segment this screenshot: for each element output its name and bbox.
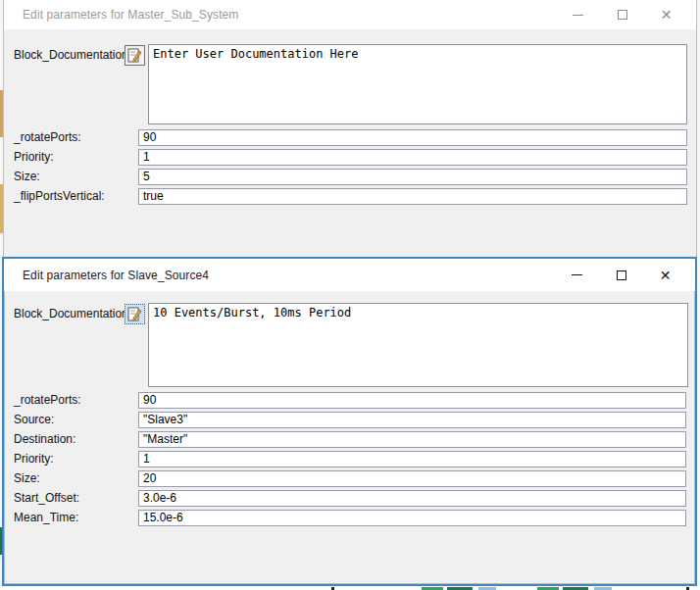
parameter-row: Destination: [4,429,686,449]
parameter-input[interactable] [138,510,686,526]
close-button[interactable]: ✕ [644,0,688,29]
parameter-row: Priority: [4,449,686,468]
parameter-label: _rotatePorts: [4,393,138,407]
parameter-input[interactable] [138,169,687,185]
parameter-input[interactable] [138,412,686,428]
parameter-row: Size: [4,468,686,488]
parameter-row: _flipPortsVertical: [4,186,687,206]
parameter-label: Size: [4,471,138,485]
dialog-title: Edit parameters for Slave_Source4 [4,269,209,282]
dialog-master-sub-system: Edit parameters for Master_Sub_System ✕ … [3,0,697,258]
dialog-body: Block_Documentation: _rotatePorts:Priori… [4,44,696,206]
parameter-label: Mean_Time: [4,511,138,524]
parameter-input[interactable] [138,392,686,409]
block-documentation-label: Block_Documentation: [14,303,122,320]
parameter-input[interactable] [138,451,686,467]
parameter-row: Priority: [4,147,687,167]
parameter-label: Priority: [4,150,138,164]
dialog-body: Block_Documentation: _rotatePorts:Source… [4,303,695,527]
block-documentation-textarea[interactable] [148,44,687,124]
minimize-icon [572,274,582,275]
parameter-row: Start_Offset: [4,488,686,508]
parameter-label: Source: [4,413,138,426]
window-controls: ✕ [556,0,688,29]
parameter-input[interactable] [138,129,687,146]
maximize-icon [617,270,626,280]
parameter-input[interactable] [138,470,686,487]
document-pencil-icon [127,307,142,322]
close-button[interactable]: ✕ [643,259,687,291]
block-documentation-textarea[interactable] [148,303,688,387]
fields: _rotatePorts:Priority:Size:_flipPortsVer… [4,127,696,206]
minimize-icon [573,15,583,16]
parameter-label: Priority: [4,452,138,466]
close-icon: ✕ [661,8,673,22]
edit-documentation-icon[interactable] [125,45,145,66]
parameter-row: Size: [4,167,687,186]
close-icon: ✕ [660,269,672,282]
parameter-label: _flipPortsVertical: [4,189,138,203]
maximize-icon [618,10,627,20]
parameter-input[interactable] [138,149,687,166]
titlebar: Edit parameters for Slave_Source4 ✕ [4,259,695,291]
fields: _rotatePorts:Source:Destination:Priority… [4,390,695,527]
parameter-input[interactable] [138,431,686,448]
dialog-title: Edit parameters for Master_Sub_System [4,8,238,22]
block-documentation-label: Block_Documentation: [14,44,122,62]
dialog-slave-source4: Edit parameters for Slave_Source4 ✕ Bloc… [2,257,697,586]
window-controls: ✕ [555,259,687,291]
block-documentation-row: Block_Documentation: [14,303,688,387]
maximize-button[interactable] [600,0,644,29]
parameter-input[interactable] [138,188,687,205]
parameter-input[interactable] [138,490,686,507]
parameter-row: _rotatePorts: [4,127,687,147]
parameter-label: Start_Offset: [4,491,138,505]
minimize-button[interactable] [556,0,600,29]
document-pencil-icon [127,48,142,64]
parameter-row: Mean_Time: [4,508,686,527]
parameter-label: _rotatePorts: [4,130,138,144]
parameter-row: Source: [4,410,686,429]
edit-documentation-icon[interactable] [125,304,145,324]
minimize-button[interactable] [555,259,599,291]
parameter-row: _rotatePorts: [4,390,686,410]
maximize-button[interactable] [599,259,643,291]
parameter-label: Size: [4,170,138,183]
block-documentation-row: Block_Documentation: [14,44,687,124]
titlebar: Edit parameters for Master_Sub_System ✕ [4,0,696,29]
parameter-label: Destination: [4,432,138,446]
